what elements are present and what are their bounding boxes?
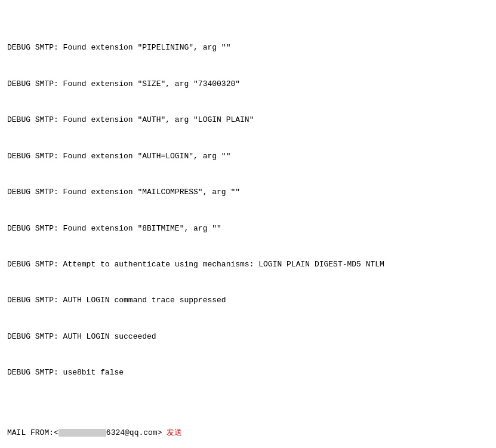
log-line-3: DEBUG SMTP: Found extension "AUTH", arg …: [7, 114, 489, 126]
log-line-5: DEBUG SMTP: Found extension "MAILCOMPRES…: [7, 186, 489, 198]
log-line-9: DEBUG SMTP: AUTH LOGIN succeeded: [7, 331, 489, 343]
log-line-1: DEBUG SMTP: Found extension "PIPELINING"…: [7, 42, 489, 54]
log-line-mail-from: MAIL FROM:<6324@qq.com> 发送: [7, 427, 489, 439]
log-line-4: DEBUG SMTP: Found extension "AUTH=LOGIN"…: [7, 151, 489, 162]
log-container: DEBUG SMTP: Found extension "PIPELINING"…: [7, 6, 489, 448]
log-line-7: DEBUG SMTP: Attempt to authenticate usin…: [7, 259, 489, 271]
log-line-6: DEBUG SMTP: Found extension "8BITMIME", …: [7, 223, 489, 235]
log-line-10: DEBUG SMTP: use8bit false: [7, 367, 489, 379]
blurred-sender-email: [58, 429, 106, 437]
log-line-2: DEBUG SMTP: Found extension "SIZE", arg …: [7, 78, 489, 90]
log-line-8: DEBUG SMTP: AUTH LOGIN command trace sup…: [7, 294, 489, 306]
annotation-send: 发送: [167, 428, 182, 437]
